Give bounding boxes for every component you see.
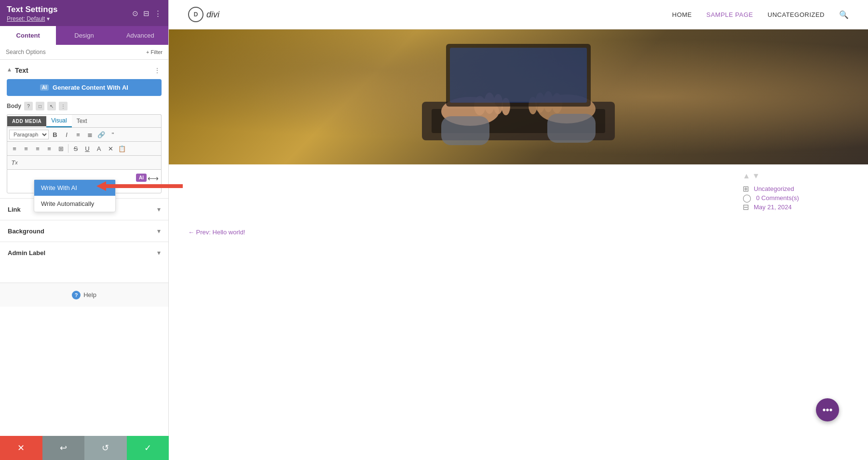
search-bar: + Filter [0, 45, 168, 60]
meta-arrows: ▲ ▼ [743, 172, 858, 180]
redo-button[interactable]: ↺ [84, 436, 127, 460]
comments-icon: ◯ [743, 193, 751, 203]
body-label-row: Body ? □ ↖ ⋮ [7, 102, 162, 110]
text-section-header[interactable]: ▾ Text ⋮ [0, 60, 168, 79]
italic-button[interactable]: I [61, 129, 72, 140]
settings-panel: Text Settings Preset: Default ▾ ⊙ ⊟ ⋮ Co… [0, 0, 169, 460]
site-preview: D divi HOME SAMPLE PAGE UNCATEGORIZED 🔍 [169, 0, 868, 460]
align-justify-button[interactable]: ≡ [44, 143, 54, 154]
link-button[interactable]: 🔗 [96, 129, 107, 140]
ai-badge: AI [40, 84, 49, 91]
help-bar[interactable]: ? Help [0, 283, 168, 307]
panel-body: ▾ Text ⋮ AI Generate Content With AI Bod… [0, 60, 168, 460]
text-color-button[interactable]: A [94, 143, 104, 154]
more-icon[interactable]: ⋮ [154, 9, 162, 18]
nav-link-uncategorized[interactable]: UNCATEGORIZED [768, 11, 825, 18]
panel-title: Text Settings [7, 5, 57, 14]
comments-text[interactable]: 0 Comments(s) [756, 194, 799, 202]
editor-tab-text[interactable]: Text [72, 115, 92, 127]
tab-advanced[interactable]: Advanced [112, 26, 168, 45]
link-chevron-icon[interactable]: ▾ [157, 205, 161, 213]
logo-circle: D [188, 7, 203, 22]
text-section-more[interactable]: ⋮ [154, 67, 161, 74]
blockquote-button[interactable]: " [108, 129, 118, 140]
cancel-button[interactable]: ✕ [0, 436, 42, 460]
help-icon[interactable]: ? [24, 102, 33, 110]
nav-link-sample-page[interactable]: SAMPLE PAGE [706, 11, 753, 18]
nav-link-home[interactable]: HOME [672, 11, 692, 18]
nav-search-icon[interactable]: 🔍 [839, 10, 849, 19]
filter-button[interactable]: + Filter [146, 49, 163, 55]
editor-ai-button[interactable]: AI [136, 174, 147, 182]
bold-button[interactable]: B [50, 129, 60, 140]
search-input[interactable] [6, 49, 142, 55]
underline-button[interactable]: U [82, 143, 93, 154]
editor-toolbar-row2: ≡ ≡ ≡ ≡ ⊞ S U A ✕ 📋 [7, 141, 162, 155]
table-button[interactable]: ⊞ [55, 143, 66, 154]
paste-button[interactable]: 📋 [117, 143, 127, 154]
panel-header: Text Settings Preset: Default ▾ ⊙ ⊟ ⋮ [0, 0, 168, 26]
site-logo: D divi [188, 7, 219, 22]
admin-label-section-header[interactable]: Admin Label ▾ [0, 242, 168, 263]
unordered-list-button[interactable]: ≡ [73, 129, 83, 140]
content-columns: ▲ ▼ ⊞ Uncategorized ◯ 0 Comments(s) ⊟ Ma… [169, 164, 868, 219]
editor-toolbar-row3: Tx [7, 155, 162, 169]
site-nav-links: HOME SAMPLE PAGE UNCATEGORIZED 🔍 [672, 10, 849, 19]
panel-header-icons: ⊙ ⊟ ⋮ [132, 9, 162, 18]
date-text: May 21, 2024 [754, 203, 792, 211]
toolbar-divider [68, 144, 68, 153]
background-chevron-icon[interactable]: ▾ [157, 227, 161, 235]
text-section-chevron[interactable]: ▾ [8, 67, 11, 74]
add-media-button[interactable]: ADD MEDIA [7, 116, 46, 126]
svg-rect-12 [441, 116, 489, 145]
save-button[interactable]: ✓ [127, 436, 169, 460]
text-section-left: ▾ Text [8, 67, 28, 74]
hero-image [169, 29, 868, 164]
align-left-button[interactable]: ≡ [9, 143, 20, 154]
ai-button-label: Generate Content With AI [53, 84, 128, 91]
generate-content-ai-button[interactable]: AI Generate Content With AI [7, 79, 162, 96]
admin-label-chevron-icon[interactable]: ▾ [157, 249, 161, 257]
format-select[interactable]: Paragraph [9, 130, 49, 139]
tab-design[interactable]: Design [56, 26, 112, 45]
meta-comments-row: ◯ 0 Comments(s) [743, 193, 858, 203]
ordered-list-button[interactable]: ≣ [84, 129, 95, 140]
main-column [169, 164, 733, 219]
panel-tabs: Content Design Advanced [0, 26, 168, 45]
tab-content[interactable]: Content [0, 26, 56, 45]
laptop-svg [374, 34, 663, 160]
responsive-icon[interactable]: □ [36, 102, 44, 110]
laptop-visual [169, 29, 868, 164]
prev-link[interactable]: ← Prev: Hello world! [169, 229, 868, 236]
help-label: Help [83, 291, 96, 298]
write-automatically-option[interactable]: Write Automatically [34, 196, 115, 212]
align-right-button[interactable]: ≡ [32, 143, 43, 154]
clear-format-button[interactable]: ✕ [105, 143, 116, 154]
subscript-button[interactable]: Tx [9, 157, 20, 168]
panel-preset[interactable]: Preset: Default ▾ [7, 15, 57, 22]
undo-button[interactable]: ↩ [42, 436, 85, 460]
up-arrow-icon[interactable]: ▲ [743, 172, 750, 180]
background-section: Background ▾ [0, 220, 168, 242]
bottom-actions: ✕ ↩ ↺ ✓ [0, 436, 169, 460]
admin-label-section-title: Admin Label [8, 249, 45, 257]
align-center-button[interactable]: ≡ [21, 143, 31, 154]
date-icon: ⊟ [743, 203, 749, 212]
editor-toolbar-top: ADD MEDIA Visual Text [7, 114, 162, 127]
columns-icon[interactable]: ⊟ [143, 9, 149, 18]
svg-rect-13 [547, 114, 596, 143]
hover-icon[interactable]: ↖ [47, 102, 56, 110]
editor-tab-visual[interactable]: Visual [46, 115, 71, 127]
floating-action-button[interactable]: ••• [816, 398, 839, 421]
strikethrough-button[interactable]: S [70, 143, 81, 154]
arrow-line [106, 184, 183, 188]
down-arrow-icon[interactable]: ▼ [752, 172, 760, 180]
category-text[interactable]: Uncategorized [754, 185, 794, 192]
more-options-icon[interactable]: ⋮ [59, 102, 68, 110]
background-section-header[interactable]: Background ▾ [0, 220, 168, 242]
logo-text: divi [206, 10, 219, 20]
settings-icon[interactable]: ⊙ [132, 9, 138, 18]
arrow-head [96, 181, 106, 191]
panel-title-group: Text Settings Preset: Default ▾ [7, 5, 57, 22]
link-section-title: Link [8, 206, 21, 213]
